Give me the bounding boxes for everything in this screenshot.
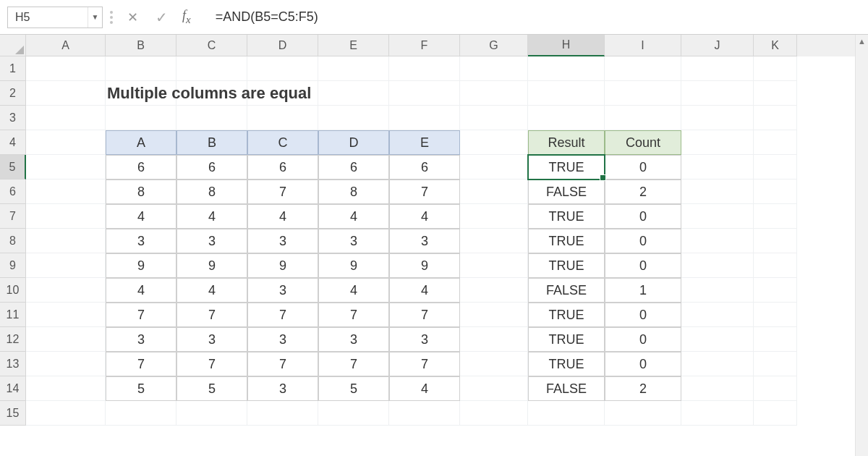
cell-F5[interactable]: 6 xyxy=(389,155,460,180)
cell-E15[interactable] xyxy=(318,401,389,426)
cell-C15[interactable] xyxy=(176,401,247,426)
cell-A13[interactable] xyxy=(26,352,106,376)
cell-E2[interactable] xyxy=(318,81,389,106)
cell-B9[interactable]: 9 xyxy=(106,253,176,278)
cell-I7[interactable]: 0 xyxy=(605,204,681,229)
cell-B15[interactable] xyxy=(106,401,176,426)
cell-G11[interactable] xyxy=(460,303,528,327)
cell-B3[interactable] xyxy=(106,106,176,130)
cell-D12[interactable]: 3 xyxy=(247,327,318,352)
cell-J6[interactable] xyxy=(681,180,754,204)
cell-I5[interactable]: 0 xyxy=(605,155,681,180)
cell-I14[interactable]: 2 xyxy=(605,376,681,401)
cell-G5[interactable] xyxy=(460,155,528,180)
cell-H6[interactable]: FALSE xyxy=(528,180,605,204)
row-header-14[interactable]: 14 xyxy=(0,376,26,401)
cell-I1[interactable] xyxy=(605,56,681,81)
cell-K13[interactable] xyxy=(754,352,797,376)
row-header-12[interactable]: 12 xyxy=(0,327,26,352)
cell-D7[interactable]: 4 xyxy=(247,204,318,229)
cell-C8[interactable]: 3 xyxy=(176,229,247,253)
cell-D9[interactable]: 9 xyxy=(247,253,318,278)
cell-A11[interactable] xyxy=(26,303,106,327)
cell-I10[interactable]: 1 xyxy=(605,278,681,303)
row-header-9[interactable]: 9 xyxy=(0,253,26,278)
cell-I6[interactable]: 2 xyxy=(605,180,681,204)
cell-H2[interactable] xyxy=(528,81,605,106)
cell-K10[interactable] xyxy=(754,278,797,303)
formula-bar-resize-handle[interactable] xyxy=(110,9,114,25)
cell-H5[interactable]: TRUE xyxy=(528,155,605,180)
cell-F10[interactable]: 4 xyxy=(389,278,460,303)
cell-F3[interactable] xyxy=(389,106,460,130)
cell-H14[interactable]: FALSE xyxy=(528,376,605,401)
cell-G10[interactable] xyxy=(460,278,528,303)
data-header-D[interactable]: D xyxy=(318,130,389,155)
cell-K9[interactable] xyxy=(754,253,797,278)
cell-A1[interactable] xyxy=(26,56,106,81)
cell-C3[interactable] xyxy=(176,106,247,130)
cell-I9[interactable]: 0 xyxy=(605,253,681,278)
cell-F12[interactable]: 3 xyxy=(389,327,460,352)
cell-A6[interactable] xyxy=(26,180,106,204)
cell-B13[interactable]: 7 xyxy=(106,352,176,376)
cell-F9[interactable]: 9 xyxy=(389,253,460,278)
cell-B6[interactable]: 8 xyxy=(106,180,176,204)
cell-H10[interactable]: FALSE xyxy=(528,278,605,303)
col-header-B[interactable]: B xyxy=(106,35,176,56)
cancel-icon[interactable]: ✕ xyxy=(122,7,143,28)
cell-E10[interactable]: 4 xyxy=(318,278,389,303)
cell-F7[interactable]: 4 xyxy=(389,204,460,229)
cell-G4[interactable] xyxy=(460,130,528,155)
cell-A2[interactable] xyxy=(26,81,106,106)
cell-G14[interactable] xyxy=(460,376,528,401)
row-header-2[interactable]: 2 xyxy=(0,81,26,106)
cell-J10[interactable] xyxy=(681,278,754,303)
cell-K15[interactable] xyxy=(754,401,797,426)
cell-A5[interactable] xyxy=(26,155,106,180)
cell-K2[interactable] xyxy=(754,81,797,106)
cell-K8[interactable] xyxy=(754,229,797,253)
row-header-6[interactable]: 6 xyxy=(0,180,26,204)
cell-H13[interactable]: TRUE xyxy=(528,352,605,376)
cell-E5[interactable]: 6 xyxy=(318,155,389,180)
scroll-up-icon[interactable]: ▲ xyxy=(856,35,868,48)
cell-D3[interactable] xyxy=(247,106,318,130)
cell-H9[interactable]: TRUE xyxy=(528,253,605,278)
cell-G15[interactable] xyxy=(460,401,528,426)
cell-K3[interactable] xyxy=(754,106,797,130)
cell-G12[interactable] xyxy=(460,327,528,352)
cell-H7[interactable]: TRUE xyxy=(528,204,605,229)
data-header-C[interactable]: C xyxy=(247,130,318,155)
fx-icon[interactable]: fx xyxy=(182,8,191,26)
cell-G1[interactable] xyxy=(460,56,528,81)
data-header-B[interactable]: B xyxy=(176,130,247,155)
cell-A14[interactable] xyxy=(26,376,106,401)
cell-I11[interactable]: 0 xyxy=(605,303,681,327)
row-header-15[interactable]: 15 xyxy=(0,401,26,426)
cell-H11[interactable]: TRUE xyxy=(528,303,605,327)
cell-B11[interactable]: 7 xyxy=(106,303,176,327)
col-header-A[interactable]: A xyxy=(26,35,106,56)
row-header-10[interactable]: 10 xyxy=(0,278,26,303)
cell-G6[interactable] xyxy=(460,180,528,204)
col-header-J[interactable]: J xyxy=(681,35,754,56)
cell-K12[interactable] xyxy=(754,327,797,352)
cell-D14[interactable]: 3 xyxy=(247,376,318,401)
row-header-3[interactable]: 3 xyxy=(0,106,26,130)
name-box-dropdown[interactable]: ▼ xyxy=(88,7,102,28)
row-header-1[interactable]: 1 xyxy=(0,56,26,81)
cell-J12[interactable] xyxy=(681,327,754,352)
cell-F15[interactable] xyxy=(389,401,460,426)
row-header-7[interactable]: 7 xyxy=(0,204,26,229)
cell-G13[interactable] xyxy=(460,352,528,376)
cell-H8[interactable]: TRUE xyxy=(528,229,605,253)
cell-E14[interactable]: 5 xyxy=(318,376,389,401)
cell-D10[interactable]: 3 xyxy=(247,278,318,303)
cell-B7[interactable]: 4 xyxy=(106,204,176,229)
cell-H15[interactable] xyxy=(528,401,605,426)
cell-I13[interactable]: 0 xyxy=(605,352,681,376)
accept-icon[interactable]: ✓ xyxy=(150,7,172,28)
cell-C6[interactable]: 8 xyxy=(176,180,247,204)
cell-A8[interactable] xyxy=(26,229,106,253)
